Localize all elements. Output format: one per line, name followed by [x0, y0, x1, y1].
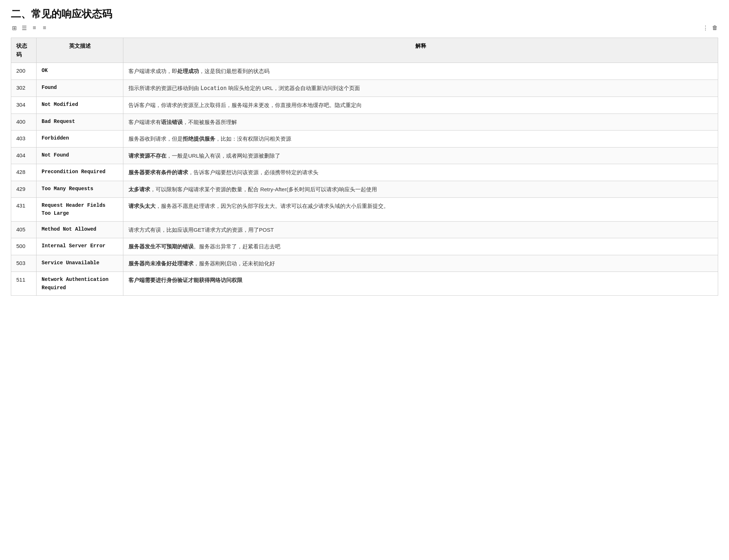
table-row: 302Found指示所请求的资源已移动到由 Location 响应头给定的 UR…	[11, 80, 718, 97]
header-desc: 解释	[123, 38, 718, 63]
en-cell: Forbidden	[37, 131, 123, 148]
code-cell: 304	[11, 97, 37, 114]
code-cell: 200	[11, 63, 37, 80]
en-cell: Network AuthenticationRequired	[37, 272, 123, 296]
desc-cell: 服务器要求有条件的请求，告诉客户端要想访问该资源，必须携带特定的请求头	[123, 164, 718, 181]
table-row: 404Not Found请求资源不存在，一般是URL输入有误，或者网站资源被删除…	[11, 147, 718, 164]
desc-cell: 服务器收到请求，但是拒绝提供服务，比如：没有权限访问相关资源	[123, 131, 718, 148]
code-cell: 400	[11, 114, 37, 131]
code-cell: 403	[11, 131, 37, 148]
toolbar-left: ⊞ ☰ ≡ ≡	[11, 25, 48, 31]
desc-cell: 指示所请求的资源已移动到由 Location 响应头给定的 URL，浏览器会自动…	[123, 80, 718, 97]
header-en: 英文描述	[37, 38, 123, 63]
table-row: 304Not Modified告诉客户端，你请求的资源至上次取得后，服务端并未更…	[11, 97, 718, 114]
en-cell: Method Not Allowed	[37, 221, 123, 238]
code-cell: 431	[11, 198, 37, 222]
header-code: 状态码	[11, 38, 37, 63]
en-cell: Found	[37, 80, 123, 97]
en-cell: Not Modified	[37, 97, 123, 114]
more-icon[interactable]: ⋮	[702, 25, 709, 31]
desc-cell: 客户端请求有语法错误，不能被服务器所理解	[123, 114, 718, 131]
code-cell: 302	[11, 80, 37, 97]
table-row: 429Too Many Requests太多请求，可以限制客户端请求某个资源的数…	[11, 181, 718, 198]
list2-icon[interactable]: ≡	[31, 25, 38, 31]
table-row: 400Bad Request客户端请求有语法错误，不能被服务器所理解	[11, 114, 718, 131]
en-cell: Internal Server Error	[37, 238, 123, 255]
table-row: 431Request Header FieldsToo Large请求头太大，服…	[11, 198, 718, 222]
table-row: 503Service Unavailable服务器尚未准备好处理请求，服务器刚刚…	[11, 255, 718, 272]
table-row: 511Network AuthenticationRequired客户端需要进行…	[11, 272, 718, 296]
en-cell: Not Found	[37, 147, 123, 164]
grid-icon[interactable]: ⊞	[11, 25, 17, 31]
table-row: 500Internal Server Error服务器发生不可预期的错误。服务器…	[11, 238, 718, 255]
code-cell: 503	[11, 255, 37, 272]
table-row: 403Forbidden服务器收到请求，但是拒绝提供服务，比如：没有权限访问相关…	[11, 131, 718, 148]
en-cell: Request Header FieldsToo Large	[37, 198, 123, 222]
table-row: 405Method Not Allowed请求方式有误，比如应该用GET请求方式…	[11, 221, 718, 238]
en-cell: Precondition Required	[37, 164, 123, 181]
code-cell: 429	[11, 181, 37, 198]
desc-cell: 请求头太大，服务器不愿意处理请求，因为它的头部字段太大。请求可以在减少请求头域的…	[123, 198, 718, 222]
desc-cell: 请求方式有误，比如应该用GET请求方式的资源，用了POST	[123, 221, 718, 238]
desc-cell: 客户端请求成功，即处理成功，这是我们最想看到的状态码	[123, 63, 718, 80]
toolbar: ⊞ ☰ ≡ ≡ ⋮ 🗑	[11, 25, 718, 33]
toolbar-right: ⋮ 🗑	[702, 25, 718, 31]
code-cell: 511	[11, 272, 37, 296]
code-cell: 428	[11, 164, 37, 181]
en-cell: Too Many Requests	[37, 181, 123, 198]
desc-cell: 告诉客户端，你请求的资源至上次取得后，服务端并未更改，你直接用你本地缓存吧。隐式…	[123, 97, 718, 114]
desc-cell: 客户端需要进行身份验证才能获得网络访问权限	[123, 272, 718, 296]
table-header-row: 状态码 英文描述 解释	[11, 38, 718, 63]
desc-cell: 服务器发生不可预期的错误。服务器出异常了，赶紧看日志去吧	[123, 238, 718, 255]
code-cell: 500	[11, 238, 37, 255]
code-cell: 405	[11, 221, 37, 238]
page-title: 二、常见的响应状态码	[11, 7, 718, 21]
en-cell: Service Unavailable	[37, 255, 123, 272]
code-cell: 404	[11, 147, 37, 164]
table-row: 428Precondition Required服务器要求有条件的请求，告诉客户…	[11, 164, 718, 181]
en-cell: Bad Request	[37, 114, 123, 131]
table-row: 200OK客户端请求成功，即处理成功，这是我们最想看到的状态码	[11, 63, 718, 80]
desc-cell: 请求资源不存在，一般是URL输入有误，或者网站资源被删除了	[123, 147, 718, 164]
delete-icon[interactable]: 🗑	[712, 25, 718, 31]
desc-cell: 太多请求，可以限制客户端请求某个资源的数量，配合 Retry-After(多长时…	[123, 181, 718, 198]
status-code-table: 状态码 英文描述 解释 200OK客户端请求成功，即处理成功，这是我们最想看到的…	[11, 38, 718, 296]
list1-icon[interactable]: ☰	[21, 25, 27, 31]
desc-cell: 服务器尚未准备好处理请求，服务器刚刚启动，还未初始化好	[123, 255, 718, 272]
list3-icon[interactable]: ≡	[41, 25, 48, 31]
en-cell: OK	[37, 63, 123, 80]
